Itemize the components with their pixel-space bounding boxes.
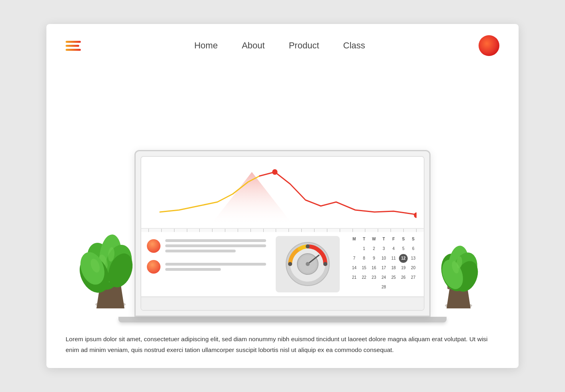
info-panel bbox=[141, 232, 272, 296]
day-label-w: W bbox=[369, 237, 378, 241]
svg-point-26 bbox=[272, 169, 277, 175]
info-line bbox=[165, 250, 236, 252]
cal-cell-24[interactable]: 24 bbox=[379, 273, 388, 282]
cal-cell-4[interactable]: 4 bbox=[389, 244, 398, 253]
cal-cell-empty bbox=[350, 244, 359, 253]
logo-circle bbox=[479, 35, 499, 56]
svg-point-27 bbox=[414, 212, 417, 218]
cal-cell-8[interactable]: 8 bbox=[360, 254, 369, 263]
laptop-wrapper: M T W T F S S bbox=[78, 64, 487, 322]
plant-left bbox=[78, 206, 142, 310]
info-row-2 bbox=[147, 260, 266, 274]
svg-point-35 bbox=[323, 262, 327, 266]
gauge-panel bbox=[276, 236, 340, 292]
cal-cell-23[interactable]: 23 bbox=[369, 273, 378, 282]
cal-cell-25[interactable]: 25 bbox=[389, 273, 398, 282]
cal-cell-18[interactable]: 18 bbox=[389, 264, 398, 272]
cal-cell-26[interactable]: 26 bbox=[399, 273, 408, 282]
nav-class[interactable]: Class bbox=[343, 40, 365, 51]
cal-cell-14[interactable]: 14 bbox=[350, 264, 359, 272]
cal-cell-20[interactable]: 20 bbox=[409, 264, 418, 272]
lines-group-1 bbox=[165, 239, 266, 252]
cal-cell-13[interactable]: 13 bbox=[409, 254, 418, 263]
line-chart bbox=[148, 164, 417, 228]
cal-cell-9[interactable]: 9 bbox=[369, 254, 378, 263]
navigation: Home About Product Class bbox=[194, 40, 365, 51]
cal-cell-1[interactable]: 1 bbox=[360, 244, 369, 253]
svg-point-36 bbox=[306, 244, 310, 248]
calendar-panel: M T W T F S S bbox=[344, 232, 424, 296]
cal-cell-22[interactable]: 22 bbox=[360, 273, 369, 282]
lorem-text: Lorem ipsum dolor sit amet, consectetuer… bbox=[66, 334, 499, 355]
cal-cell-15[interactable]: 15 bbox=[360, 264, 369, 272]
calendar-row: 1 2 3 4 5 6 bbox=[349, 244, 418, 253]
day-label-f: F bbox=[389, 237, 398, 241]
cal-cell-7[interactable]: 7 bbox=[350, 254, 359, 263]
lines-group-2 bbox=[165, 263, 266, 271]
cal-cell-3[interactable]: 3 bbox=[379, 244, 388, 253]
cal-cell-12-today[interactable]: 12 bbox=[399, 254, 408, 263]
chart-area bbox=[141, 157, 424, 229]
header: Home About Product Class bbox=[46, 24, 519, 64]
info-line bbox=[165, 263, 266, 266]
calendar-grid: 1 2 3 4 5 6 7 8 bbox=[349, 244, 418, 292]
calendar-header: M T W T F S S bbox=[349, 237, 418, 241]
calendar-row: 28 bbox=[349, 283, 418, 292]
info-line bbox=[165, 268, 221, 271]
day-label-s1: S bbox=[399, 237, 408, 241]
day-label-t2: T bbox=[379, 237, 388, 241]
day-label-m: M bbox=[350, 237, 359, 241]
cal-cell-28[interactable]: 28 bbox=[379, 283, 388, 292]
nav-product[interactable]: Product bbox=[289, 40, 319, 51]
laptop-base bbox=[118, 317, 447, 322]
cal-cell-21[interactable]: 21 bbox=[350, 273, 359, 282]
hamburger-menu[interactable] bbox=[66, 41, 81, 51]
cal-cell-6[interactable]: 6 bbox=[409, 244, 418, 253]
cal-cell-10[interactable]: 10 bbox=[379, 254, 388, 263]
laptop-footer-bar bbox=[141, 296, 424, 310]
cal-cell-19[interactable]: 19 bbox=[399, 264, 408, 272]
calendar-row: 14 15 16 17 18 19 20 bbox=[349, 264, 418, 272]
dashboard-lower: M T W T F S S bbox=[141, 232, 424, 296]
text-section: Lorem ipsum dolor sit amet, consectetuer… bbox=[46, 322, 519, 368]
cal-cell-27[interactable]: 27 bbox=[409, 273, 418, 282]
laptop-screen: M T W T F S S bbox=[134, 150, 431, 317]
cal-cell-11[interactable]: 11 bbox=[389, 254, 398, 263]
plant-right bbox=[431, 222, 487, 310]
status-dot-1 bbox=[147, 239, 160, 253]
nav-home[interactable]: Home bbox=[194, 40, 218, 51]
info-line bbox=[165, 239, 266, 242]
calendar-row: 21 22 23 24 25 26 27 bbox=[349, 273, 418, 282]
info-row-1 bbox=[147, 239, 266, 253]
day-label-s2: S bbox=[409, 237, 418, 241]
svg-point-34 bbox=[288, 262, 292, 266]
nav-about[interactable]: About bbox=[242, 40, 265, 51]
cal-cell-16[interactable]: 16 bbox=[369, 264, 378, 272]
calendar-row: 7 8 9 10 11 12 13 bbox=[349, 254, 418, 263]
cal-cell-17[interactable]: 17 bbox=[379, 264, 388, 272]
cal-cell-5[interactable]: 5 bbox=[399, 244, 408, 253]
gauge-chart bbox=[284, 240, 332, 288]
day-label-t1: T bbox=[360, 237, 369, 241]
main-card: Home About Product Class bbox=[46, 24, 519, 368]
main-content: M T W T F S S bbox=[46, 64, 519, 322]
status-dot-2 bbox=[147, 260, 160, 274]
cal-cell-2[interactable]: 2 bbox=[369, 244, 378, 253]
info-line bbox=[165, 244, 266, 247]
svg-point-33 bbox=[306, 262, 310, 266]
